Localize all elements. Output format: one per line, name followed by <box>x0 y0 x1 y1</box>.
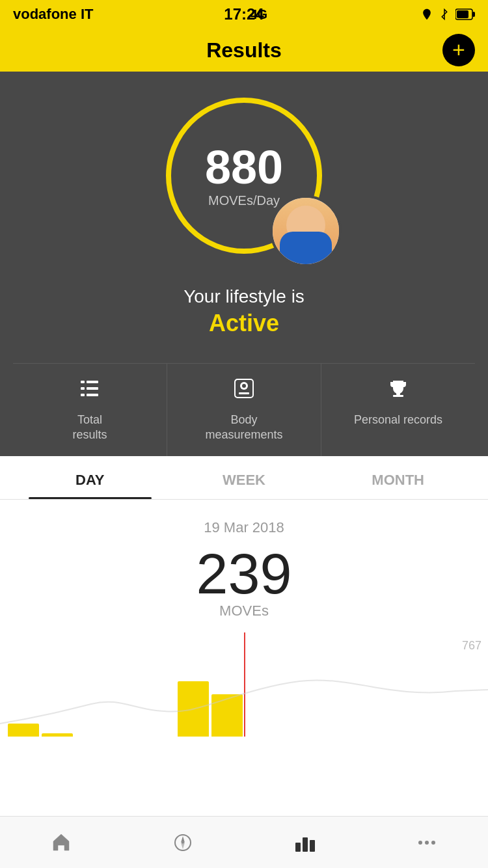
svg-rect-8 <box>81 394 85 396</box>
svg-point-25 <box>431 841 435 845</box>
hero-nav: Totalresults Bodymeasurements <box>13 363 475 456</box>
svg-rect-4 <box>81 381 85 383</box>
more-icon <box>416 832 437 853</box>
svg-point-23 <box>418 841 422 845</box>
svg-rect-9 <box>87 394 98 396</box>
svg-rect-7 <box>87 387 98 390</box>
tab-month[interactable]: MONTH <box>321 456 475 499</box>
svg-rect-13 <box>239 392 249 394</box>
svg-rect-6 <box>81 387 85 390</box>
body-measurements-label: Bodymeasurements <box>205 413 282 443</box>
tab-day[interactable]: DAY <box>13 456 167 499</box>
location-icon <box>420 8 433 21</box>
lifestyle-text: Your lifestyle is <box>183 286 305 307</box>
carrier-info: vodafone IT <box>13 6 93 23</box>
tab-week[interactable]: WEEK <box>167 456 321 499</box>
trophy-icon <box>386 377 410 406</box>
tabs-bar: DAY WEEK MONTH <box>0 456 488 500</box>
status-bar: vodafone IT 4G 17:24 <box>0 0 488 29</box>
hero-nav-personal-records[interactable]: Personal records <box>321 364 475 456</box>
hero-nav-body-measurements[interactable]: Bodymeasurements <box>167 364 321 456</box>
bluetooth-icon <box>439 8 450 21</box>
chart-curve <box>0 632 488 737</box>
list-icon <box>78 377 102 406</box>
svg-rect-15 <box>393 395 403 397</box>
status-time: 17:24 <box>224 5 264 23</box>
hero-nav-total-results[interactable]: Totalresults <box>13 364 167 456</box>
nav-bar-chart[interactable] <box>244 817 366 868</box>
battery-icon <box>455 8 475 20</box>
svg-point-12 <box>242 384 246 388</box>
moves-gauge: 880 MOVEs/Day <box>166 98 322 254</box>
svg-rect-3 <box>457 10 468 18</box>
home-icon <box>51 832 72 853</box>
svg-rect-21 <box>303 837 308 852</box>
compass-icon <box>172 832 193 853</box>
bar-chart-icon <box>294 832 316 853</box>
nav-compass[interactable] <box>122 817 245 868</box>
moves-per-day-label: MOVEs/Day <box>208 193 280 208</box>
svg-rect-2 <box>472 12 475 17</box>
svg-rect-14 <box>396 391 400 395</box>
scale-icon <box>232 377 256 406</box>
svg-rect-22 <box>310 840 315 852</box>
hero-section: 880 MOVEs/Day Your lifestyle is Active <box>0 72 488 456</box>
nav-home[interactable] <box>0 817 122 868</box>
moves-count: 239 <box>0 545 488 603</box>
svg-rect-20 <box>295 843 301 852</box>
avatar <box>270 195 342 267</box>
bottom-nav <box>0 816 488 868</box>
nav-more[interactable] <box>366 817 489 868</box>
chart-area: 767 <box>0 632 488 737</box>
status-icons <box>420 8 475 21</box>
page-title: Results <box>206 38 282 62</box>
lifestyle-status: Active <box>209 310 279 337</box>
svg-rect-5 <box>87 381 98 383</box>
selected-date: 19 Mar 2018 <box>0 519 488 536</box>
add-button[interactable]: + <box>442 34 475 66</box>
main-content: 19 Mar 2018 239 MOVEs 767 <box>0 500 488 737</box>
moves-unit: MOVEs <box>0 603 488 619</box>
personal-records-label: Personal records <box>354 413 442 427</box>
total-results-label: Totalresults <box>72 413 107 443</box>
moves-per-day-value: 880 <box>205 144 283 191</box>
header: Results + <box>0 29 488 72</box>
avatar-image <box>273 198 339 264</box>
svg-point-24 <box>425 841 429 845</box>
